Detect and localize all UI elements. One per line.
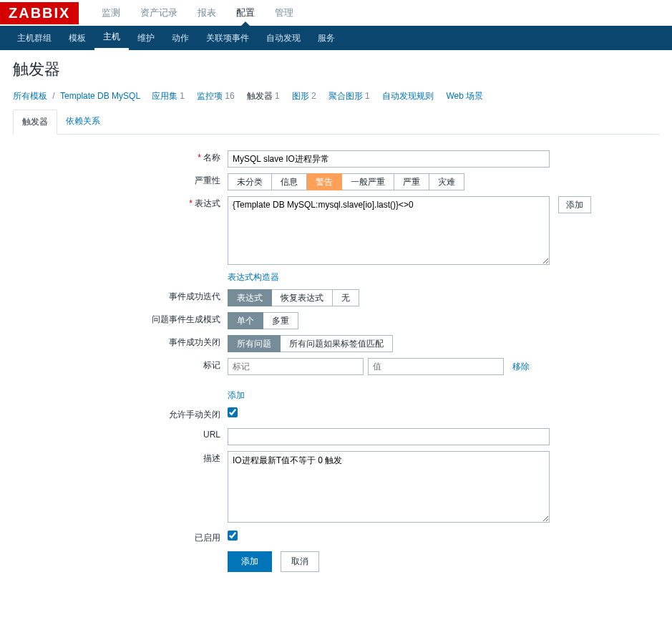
crumb-screens[interactable]: 聚合图形	[328, 91, 363, 101]
subnav-services[interactable]: 服务	[309, 26, 344, 50]
ok-event-segment: 表达式 恢复表达式 无	[228, 289, 359, 306]
ok-event-recovery[interactable]: 恢复表达式	[272, 289, 333, 306]
severity-disaster[interactable]: 灾难	[429, 173, 464, 190]
name-input[interactable]	[228, 150, 550, 168]
ok-event-none[interactable]: 无	[333, 289, 359, 306]
problem-mode-segment: 单个 多重	[228, 312, 298, 329]
trigger-form: *名称 严重性 未分类 信息 警告 一般严重 严重 灾难 *表达式 {Templ…	[13, 147, 591, 575]
label-description: 描述	[203, 453, 220, 463]
label-url: URL	[203, 430, 220, 440]
label-severity: 严重性	[195, 175, 220, 185]
problem-mode-single[interactable]: 单个	[228, 312, 263, 329]
label-expression: 表达式	[195, 198, 220, 208]
label-ok-close: 事件成功关闭	[169, 337, 220, 347]
label-ok-event: 事件成功迭代	[169, 291, 220, 301]
url-input[interactable]	[228, 428, 550, 445]
severity-average[interactable]: 一般严重	[342, 173, 394, 190]
label-enabled: 已启用	[195, 533, 220, 543]
expression-add-button[interactable]: 添加	[558, 196, 591, 213]
topnav-configuration[interactable]: 配置	[226, 1, 265, 25]
subnav-actions[interactable]: 动作	[163, 26, 198, 50]
enabled-checkbox[interactable]	[228, 531, 238, 541]
sub-nav: 主机群组 模板 主机 维护 动作 关联项事件 自动发现 服务	[0, 26, 672, 50]
crumb-applications[interactable]: 应用集	[152, 91, 177, 101]
tag-add-link[interactable]: 添加	[228, 390, 245, 400]
breadcrumb: 所有模板 / Template DB MySQL 应用集1 监控项16 触发器1…	[13, 90, 659, 102]
severity-segment: 未分类 信息 警告 一般严重 严重 灾难	[228, 173, 464, 190]
crumb-graphs[interactable]: 图形	[292, 91, 309, 101]
breadcrumb-sep: /	[52, 91, 54, 101]
ok-event-expression[interactable]: 表达式	[228, 289, 272, 306]
severity-high[interactable]: 严重	[394, 173, 429, 190]
logo[interactable]: ZABBIX	[0, 2, 79, 24]
subnav-hosts[interactable]: 主机	[94, 26, 129, 50]
description-textarea[interactable]: IO进程最新T值不等于 0 触发	[228, 451, 550, 523]
severity-information[interactable]: 信息	[272, 173, 307, 190]
label-problem-mode: 问题事件生成模式	[152, 314, 220, 324]
tab-dependencies[interactable]: 依赖关系	[57, 110, 109, 134]
expression-textarea[interactable]: {Template DB MySQL:mysql.slave[io].last(…	[228, 196, 550, 265]
tag-value-input[interactable]	[368, 358, 504, 375]
label-manual-close: 允许手动关闭	[169, 410, 220, 420]
subnav-templates[interactable]: 模板	[60, 26, 94, 50]
tag-remove-link[interactable]: 移除	[512, 361, 530, 373]
label-tags: 标记	[203, 360, 220, 370]
ok-close-tagmatch[interactable]: 所有问题如果标签值匹配	[281, 335, 393, 352]
ok-close-segment: 所有问题 所有问题如果标签值匹配	[228, 335, 393, 352]
manual-close-checkbox[interactable]	[228, 407, 238, 417]
severity-warning[interactable]: 警告	[307, 173, 342, 190]
subnav-maintenance[interactable]: 维护	[129, 26, 163, 50]
expression-builder-link[interactable]: 表达式构造器	[228, 272, 279, 282]
topnav-inventory[interactable]: 资产记录	[130, 1, 188, 25]
topnav-monitoring[interactable]: 监测	[92, 1, 130, 25]
crumb-triggers[interactable]: 触发器	[247, 91, 273, 101]
subnav-hostgroups[interactable]: 主机群组	[9, 26, 60, 50]
crumb-items[interactable]: 监控项	[197, 91, 223, 101]
top-nav: 监测 资产记录 报表 配置 管理	[92, 1, 303, 25]
crumb-web[interactable]: Web 场景	[446, 91, 483, 101]
cancel-button[interactable]: 取消	[281, 551, 319, 572]
tag-name-input[interactable]	[228, 358, 364, 375]
form-tabs: 触发器 依赖关系	[13, 110, 659, 135]
tag-row: 移除	[228, 358, 591, 375]
submit-button[interactable]: 添加	[228, 551, 272, 572]
topnav-reports[interactable]: 报表	[188, 1, 226, 25]
breadcrumb-all-templates[interactable]: 所有模板	[13, 91, 47, 101]
ok-close-all[interactable]: 所有问题	[228, 335, 281, 352]
top-bar: ZABBIX 监测 资产记录 报表 配置 管理	[0, 0, 672, 26]
subnav-correlation[interactable]: 关联项事件	[198, 26, 258, 50]
label-name: 名称	[203, 152, 220, 163]
crumb-discovery-rules[interactable]: 自动发现规则	[382, 91, 434, 101]
page-title: 触发器	[13, 59, 659, 80]
topnav-administration[interactable]: 管理	[265, 1, 303, 25]
subnav-discovery[interactable]: 自动发现	[258, 26, 309, 50]
tab-trigger[interactable]: 触发器	[13, 110, 57, 135]
breadcrumb-template[interactable]: Template DB MySQL	[60, 91, 140, 101]
problem-mode-multiple[interactable]: 多重	[263, 312, 298, 329]
severity-notclassified[interactable]: 未分类	[228, 173, 272, 190]
